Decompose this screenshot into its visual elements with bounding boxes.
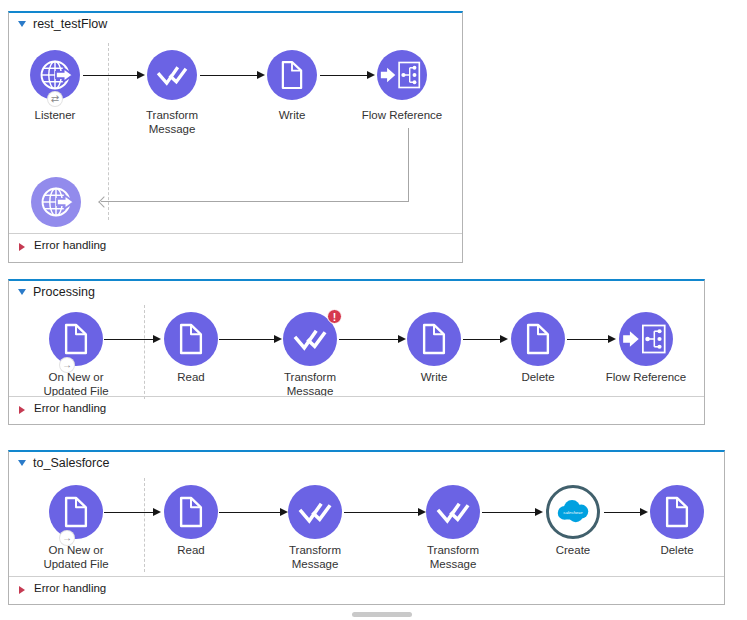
step-transform-message[interactable]	[288, 485, 342, 539]
file-icon	[267, 50, 317, 100]
flow-container-to_Salesforce: to_Salesforce→On New or Updated FileRead…	[8, 450, 725, 605]
http-listener-icon	[31, 177, 81, 227]
file-icon	[407, 312, 461, 366]
source-separator-line	[108, 43, 109, 220]
error-handling-triangle-icon[interactable]	[19, 586, 25, 594]
step-listener-ghost[interactable]	[31, 177, 81, 227]
file-icon	[650, 485, 704, 539]
step-label: Flow Reference	[342, 109, 462, 123]
file-icon	[511, 312, 565, 366]
flow-titlebar: Processing	[9, 281, 704, 303]
step-label: Create	[513, 544, 633, 558]
svg-text:salesforce: salesforce	[563, 510, 583, 515]
request-response-badge-icon: ⇄	[48, 92, 62, 106]
flow-title[interactable]: to_Salesforce	[33, 456, 109, 470]
step-flow-reference[interactable]	[619, 312, 673, 366]
step-create[interactable]: salesforce	[546, 485, 600, 539]
horizontal-scrollbar-thumb[interactable]	[352, 612, 412, 617]
step-read[interactable]	[164, 485, 218, 539]
file-icon	[164, 485, 218, 539]
transform-icon	[426, 485, 480, 539]
error-handling-section[interactable]: Error handling	[9, 576, 724, 604]
flow-reference-icon	[619, 312, 673, 366]
flow-connector-arrow	[219, 512, 286, 513]
file-icon	[164, 312, 218, 366]
flow-connector-arrow	[482, 512, 541, 513]
step-transform-message-2[interactable]	[426, 485, 480, 539]
error-handling-triangle-icon[interactable]	[19, 243, 25, 251]
collapse-triangle-icon[interactable]	[18, 289, 26, 295]
source-separator-line	[144, 478, 145, 572]
step-delete[interactable]	[511, 312, 565, 366]
flow-connector-arrow	[104, 512, 159, 513]
step-label: Transform Message	[255, 544, 375, 571]
error-badge-icon: !	[327, 309, 342, 324]
flow-connector-arrow	[219, 339, 280, 340]
flow-titlebar: rest_testFlow	[9, 13, 462, 35]
step-on-new-or-updated-file[interactable]	[49, 312, 103, 366]
step-write[interactable]	[267, 50, 317, 100]
step-read[interactable]	[164, 312, 218, 366]
transform-icon	[147, 50, 197, 100]
error-handling-label: Error handling	[34, 402, 106, 414]
transform-icon	[288, 485, 342, 539]
flow-titlebar: to_Salesforce	[9, 452, 724, 474]
step-label: Transform Message	[250, 371, 370, 398]
file-icon	[49, 485, 103, 539]
flow-connector-arrow	[200, 75, 263, 76]
step-label: Flow Reference	[586, 371, 706, 385]
step-label: Transform Message	[112, 109, 232, 136]
flow-container-rest_testFlow: rest_testFlow⇄ListenerTransform MessageW…	[8, 11, 463, 263]
collapse-triangle-icon[interactable]	[18, 21, 26, 27]
step-label: Delete	[478, 371, 598, 385]
step-delete[interactable]	[650, 485, 704, 539]
step-label: Listener	[0, 109, 115, 123]
flow-container-Processing: Processing→On New or Updated FileRead!Tr…	[8, 279, 705, 425]
flow-connector-arrow	[339, 339, 404, 340]
flow-connector-arrow	[344, 512, 424, 513]
error-handling-section[interactable]: Error handling	[9, 396, 704, 424]
error-handling-section[interactable]: Error handling	[9, 233, 462, 262]
error-handling-triangle-icon[interactable]	[19, 406, 25, 414]
step-label: Read	[131, 371, 251, 385]
flow-connector-arrow	[604, 512, 646, 513]
flow-title[interactable]: rest_testFlow	[33, 17, 107, 31]
step-flow-reference[interactable]	[377, 50, 427, 100]
flow-connector-arrow	[320, 75, 373, 76]
step-label: Write	[374, 371, 494, 385]
flow-connector-arrow	[567, 339, 614, 340]
file-icon	[49, 312, 103, 366]
collapse-triangle-icon[interactable]	[18, 460, 26, 466]
flow-connector-arrow	[83, 75, 143, 76]
step-write[interactable]	[407, 312, 461, 366]
step-label: Delete	[617, 544, 737, 558]
return-connector-horizontal	[101, 201, 409, 202]
step-label: Write	[232, 109, 352, 123]
error-handling-label: Error handling	[34, 582, 106, 594]
flow-connector-arrow	[463, 339, 506, 340]
error-handling-label: Error handling	[34, 239, 106, 251]
return-connector-vertical	[408, 128, 409, 201]
flow-connector-arrow	[104, 339, 159, 340]
flow-reference-icon	[377, 50, 427, 100]
source-separator-line	[144, 305, 145, 399]
salesforce-icon: salesforce	[549, 488, 597, 536]
step-label: On New or Updated File	[16, 544, 136, 571]
trigger-arrow-badge-icon: →	[60, 358, 74, 372]
step-label: Transform Message	[393, 544, 513, 571]
step-label: On New or Updated File	[16, 371, 136, 398]
step-label: Read	[131, 544, 251, 558]
step-transform-message[interactable]	[147, 50, 197, 100]
step-on-new-or-updated-file[interactable]	[49, 485, 103, 539]
trigger-arrow-badge-icon: →	[60, 531, 74, 545]
flow-title[interactable]: Processing	[33, 285, 95, 299]
